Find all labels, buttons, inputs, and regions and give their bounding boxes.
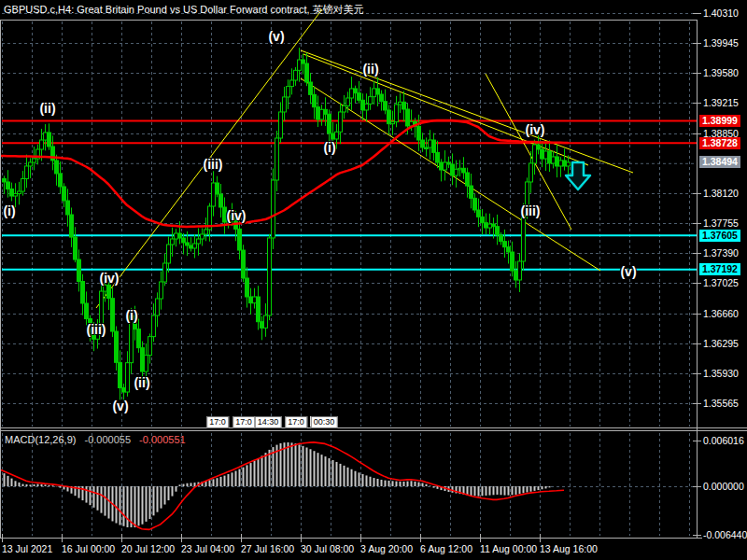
price-line-badge-red[interactable]: 1.38999	[699, 115, 740, 127]
elliott-wave-label[interactable]: (i)	[323, 140, 335, 155]
macd-histogram	[5, 442, 550, 527]
elliott-wave-label[interactable]: (iii)	[204, 157, 223, 172]
price-axis-label: 1.37390	[703, 247, 739, 259]
price-axis-label: 1.37755	[703, 217, 739, 230]
chart-title: GBPUSD.c,H4: Great Britain Pound vs US D…	[4, 3, 364, 17]
time-axis-label: 27 Jul 16:00	[241, 543, 294, 554]
price-line-badge-gray: 1.38494	[699, 156, 740, 168]
price-axis-label: 1.36660	[703, 308, 739, 320]
time-axis-label: 30 Jul 08:00	[301, 543, 354, 554]
macd-signal-line	[0, 442, 564, 530]
session-time-box: 17:0	[285, 416, 307, 428]
elliott-wave-label[interactable]: (iv)	[526, 122, 545, 137]
elliott-wave-label[interactable]: (iii)	[521, 203, 541, 218]
price-axis-label: 1.39945	[703, 37, 739, 49]
macd-name: MACD(12,26,9)	[5, 434, 76, 445]
price-line-badge-red[interactable]: 1.38728	[699, 137, 740, 149]
candlestick-series	[3, 48, 571, 400]
time-axis-label: 11 Aug 00:00	[480, 543, 537, 554]
elliott-wave-label[interactable]: (iv)	[100, 271, 120, 286]
price-line-badge-cyan[interactable]: 1.37192	[699, 263, 740, 275]
macd-value-main: -0.000055	[84, 434, 131, 445]
price-axis-label: 1.35565	[703, 398, 739, 410]
time-axis-label: 13 Jul 2021	[2, 543, 52, 554]
macd-axis-label: -0.006440	[703, 529, 747, 541]
macd-axis-label: 0.000000	[703, 481, 744, 493]
chart-window: GBPUSD.c,H4: Great Britain Pound vs US D…	[0, 0, 747, 560]
session-time-box: 17:0	[206, 416, 229, 428]
elliott-wave-label[interactable]: (iii)	[87, 322, 106, 337]
macd-indicator-label: MACD(12,26,9) -0.000055 -0.000551	[5, 434, 186, 445]
time-axis-label: 3 Aug 20:00	[360, 543, 413, 554]
horizontal-lines[interactable]	[2, 120, 697, 269]
elliott-wave-label[interactable]: (ii)	[39, 101, 55, 116]
price-line-badge-cyan[interactable]: 1.37605	[699, 230, 740, 242]
time-axis-label: 16 Jul 00:00	[62, 543, 115, 554]
macd-axis-label: 0.006016	[703, 435, 744, 447]
elliott-wave-label[interactable]: (v)	[268, 29, 284, 44]
price-axis-label: 1.36295	[703, 338, 739, 350]
session-time-box: 00:30	[311, 416, 338, 428]
time-axis-label: 13 Aug 16:00	[540, 543, 598, 554]
elliott-wave-label[interactable]: (iv)	[227, 208, 247, 223]
time-axis-label: 6 Aug 12:00	[420, 543, 472, 554]
elliott-wave-label[interactable]: (v)	[112, 399, 128, 413]
price-axis-label: 1.38120	[703, 188, 739, 200]
elliott-wave-label[interactable]: (i)	[125, 308, 137, 323]
elliott-wave-label[interactable]: (v)	[620, 264, 636, 279]
price-axis-label: 1.37025	[703, 277, 739, 289]
session-time-box: 17:0	[233, 416, 255, 428]
elliott-wave-label[interactable]: (i)	[3, 203, 15, 218]
macd-value-signal: -0.000551	[139, 434, 186, 445]
time-axis-label: 20 Jul 12:00	[121, 543, 175, 554]
price-axis-label: 1.39215	[703, 97, 739, 109]
price-axis-label: 1.35930	[703, 368, 739, 380]
session-time-box: 14:30	[255, 416, 282, 428]
elliott-wave-label[interactable]: (ii)	[362, 62, 378, 77]
price-axis-label: 1.39580	[703, 67, 739, 79]
price-axis-label: 1.40310	[703, 7, 739, 20]
time-axis-label: 23 Jul 04:00	[181, 543, 234, 554]
elliott-wave-label[interactable]: (ii)	[134, 375, 149, 390]
